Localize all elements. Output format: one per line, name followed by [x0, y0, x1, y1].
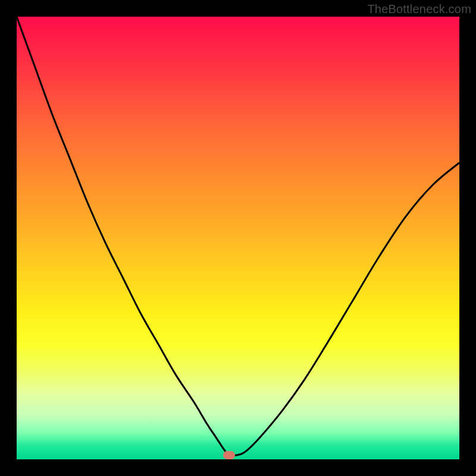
bottleneck-curve — [17, 17, 459, 456]
chart-frame: TheBottleneck.com — [0, 0, 476, 476]
curve-svg — [17, 17, 459, 459]
watermark-text: TheBottleneck.com — [367, 2, 471, 16]
optimal-point-marker — [223, 451, 235, 459]
plot-area — [17, 17, 459, 459]
